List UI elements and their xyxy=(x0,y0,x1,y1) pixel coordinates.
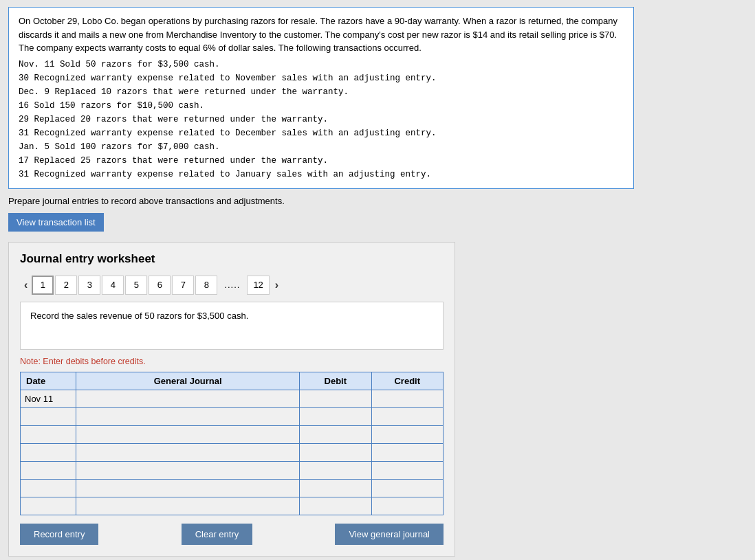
row4-debit-input[interactable] xyxy=(304,447,366,458)
prev-tab-button[interactable]: ‹ xyxy=(20,276,32,294)
transaction-2: 30 Recognized warranty expense related t… xyxy=(19,71,624,85)
row2-journal-input[interactable] xyxy=(80,411,295,422)
tab-navigation: ‹ 1 2 3 4 5 6 7 8 xyxy=(20,276,444,295)
row7-journal-input[interactable] xyxy=(80,500,295,511)
action-buttons: Record entry Clear entry View general jo… xyxy=(20,524,444,545)
entry-description: Record the sales revenue of 50 razors fo… xyxy=(20,302,444,350)
row2-credit[interactable] xyxy=(371,407,443,425)
transaction-9: 31 Recognized warranty expense related t… xyxy=(19,168,624,181)
row6-journal-input[interactable] xyxy=(80,482,295,493)
table-row xyxy=(21,479,444,497)
row6-credit-input[interactable] xyxy=(376,482,439,493)
transactions-list: Nov. 11 Sold 50 razors for $3,500 cash. … xyxy=(19,58,624,181)
problem-intro: On October 29, Lobo Co. began operations… xyxy=(19,14,624,55)
record-entry-button[interactable]: Record entry xyxy=(20,524,98,545)
row5-journal-input[interactable] xyxy=(80,464,295,475)
row6-debit[interactable] xyxy=(300,479,371,497)
row3-journal[interactable] xyxy=(76,425,300,443)
row6-debit-input[interactable] xyxy=(304,482,366,493)
row5-debit-input[interactable] xyxy=(304,464,366,475)
row5-date xyxy=(21,461,76,479)
row2-debit[interactable] xyxy=(300,407,371,425)
row4-journal-input[interactable] xyxy=(80,447,295,458)
tab-1[interactable]: 1 xyxy=(32,276,54,295)
row4-journal[interactable] xyxy=(76,443,300,461)
row7-journal[interactable] xyxy=(76,497,300,515)
row3-credit[interactable] xyxy=(371,425,443,443)
col-header-credit: Credit xyxy=(371,372,443,390)
row1-credit[interactable] xyxy=(371,390,443,407)
transaction-4: 16 Sold 150 razors for $10,500 cash. xyxy=(19,99,624,113)
transaction-5: 29 Replaced 20 razors that were returned… xyxy=(19,113,624,126)
table-row xyxy=(21,443,444,461)
row1-date: Nov 11 xyxy=(21,390,76,407)
tab-3[interactable]: 3 xyxy=(78,276,100,295)
transaction-3: Dec. 9 Replaced 10 razors that were retu… xyxy=(19,85,624,99)
row5-credit[interactable] xyxy=(371,461,443,479)
row5-credit-input[interactable] xyxy=(376,464,439,475)
row6-journal[interactable] xyxy=(76,479,300,497)
col-header-journal: General Journal xyxy=(76,372,300,390)
row7-credit-input[interactable] xyxy=(376,500,439,511)
table-row: Nov 11 xyxy=(21,390,444,407)
page-wrapper: On October 29, Lobo Co. began operations… xyxy=(0,7,755,560)
row2-credit-input[interactable] xyxy=(376,411,439,422)
view-transaction-list-button[interactable]: View transaction list xyxy=(8,213,104,232)
tab-6[interactable]: 6 xyxy=(149,276,171,295)
row7-debit-input[interactable] xyxy=(304,500,366,511)
row7-debit[interactable] xyxy=(300,497,371,515)
row3-date xyxy=(21,425,76,443)
row3-debit[interactable] xyxy=(300,425,371,443)
transaction-7: Jan. 5 Sold 100 razors for $7,000 cash. xyxy=(19,140,624,154)
next-tab-button[interactable]: › xyxy=(271,276,283,294)
row1-debit[interactable] xyxy=(300,390,371,407)
row3-journal-input[interactable] xyxy=(80,429,295,440)
prepare-text: Prepare journal entries to record above … xyxy=(8,196,747,206)
tab-7[interactable]: 7 xyxy=(172,276,194,295)
problem-area: On October 29, Lobo Co. began operations… xyxy=(8,7,634,189)
col-header-date: Date xyxy=(21,372,76,390)
note-text: Note: Enter debits before credits. xyxy=(20,357,444,366)
journal-table: Date General Journal Debit Credit Nov 11 xyxy=(20,372,444,515)
table-row xyxy=(21,497,444,515)
tab-12[interactable]: 12 xyxy=(247,276,269,295)
tab-4[interactable]: 4 xyxy=(102,276,124,295)
row1-debit-input[interactable] xyxy=(304,393,366,404)
row1-journal-input[interactable] xyxy=(80,393,295,404)
row6-date xyxy=(21,479,76,497)
row4-date xyxy=(21,443,76,461)
row1-journal[interactable] xyxy=(76,390,300,407)
entry-description-text: Record the sales revenue of 50 razors fo… xyxy=(30,311,248,321)
table-row xyxy=(21,425,444,443)
tab-5[interactable]: 5 xyxy=(125,276,147,295)
row7-date xyxy=(21,497,76,515)
row3-credit-input[interactable] xyxy=(376,429,439,440)
transaction-1: Nov. 11 Sold 50 razors for $3,500 cash. xyxy=(19,58,624,71)
transaction-8: 17 Replaced 25 razors that were returned… xyxy=(19,154,624,168)
transaction-6: 31 Recognized warranty expense related t… xyxy=(19,126,624,140)
row7-credit[interactable] xyxy=(371,497,443,515)
row2-debit-input[interactable] xyxy=(304,411,366,422)
row5-journal[interactable] xyxy=(76,461,300,479)
row1-credit-input[interactable] xyxy=(376,393,439,404)
tab-dots: ..... xyxy=(219,276,245,295)
tab-2[interactable]: 2 xyxy=(55,276,77,295)
row4-credit[interactable] xyxy=(371,443,443,461)
worksheet-title: Journal entry worksheet xyxy=(20,252,444,266)
row4-credit-input[interactable] xyxy=(376,447,439,458)
row3-debit-input[interactable] xyxy=(304,429,366,440)
row5-debit[interactable] xyxy=(300,461,371,479)
clear-entry-button[interactable]: Clear entry xyxy=(182,524,253,545)
row6-credit[interactable] xyxy=(371,479,443,497)
table-row xyxy=(21,461,444,479)
view-general-journal-button[interactable]: View general journal xyxy=(335,524,444,545)
tab-8[interactable]: 8 xyxy=(195,276,217,295)
worksheet-container: Journal entry worksheet ‹ 1 2 3 4 5 6 xyxy=(8,242,455,557)
row4-debit[interactable] xyxy=(300,443,371,461)
row2-date xyxy=(21,407,76,425)
row2-journal[interactable] xyxy=(76,407,300,425)
col-header-debit: Debit xyxy=(300,372,371,390)
table-row xyxy=(21,407,444,425)
